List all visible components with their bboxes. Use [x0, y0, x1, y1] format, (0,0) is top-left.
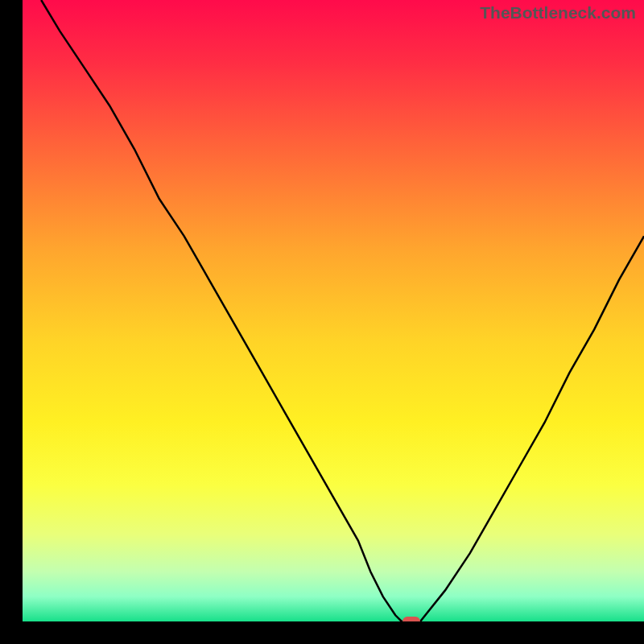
chart-container: TheBottleneck.com — [0, 0, 644, 644]
gradient-background — [23, 0, 644, 621]
plot-area: TheBottleneck.com — [23, 0, 644, 621]
bottleneck-curve-svg — [23, 0, 644, 621]
watermark-text: TheBottleneck.com — [480, 3, 636, 23]
optimal-marker — [402, 617, 420, 621]
